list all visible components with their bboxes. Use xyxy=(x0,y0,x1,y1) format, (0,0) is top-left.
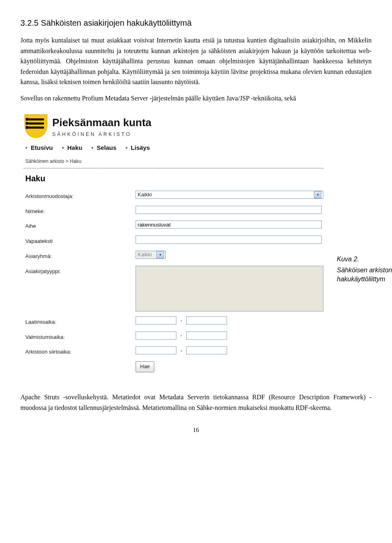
label-aihe: Aihe xyxy=(25,220,136,231)
label-arkistoon-siirtoaika: Arkistoon siirtoaika: xyxy=(25,346,136,356)
select-arkistonmuodostaja[interactable]: Kaikki ▾ xyxy=(136,191,323,199)
app-title: Pieksänmaan kunta xyxy=(52,114,151,131)
coat-of-arms-icon xyxy=(24,114,47,139)
body-paragraph-1: Jotta myös kuntalaiset tai muut asiakkaa… xyxy=(20,35,372,87)
range-dash: - xyxy=(180,332,182,338)
input-vapaateksti[interactable] xyxy=(136,236,322,244)
figure-caption: Kuva 2. Sähköisen arkiston hakukäyttölii… xyxy=(337,255,392,284)
page-number: 16 xyxy=(20,425,372,435)
label-nimeke: Nimeke: xyxy=(25,206,136,216)
body-paragraph-3: Apache Struts -sovelluskehystä. Metatied… xyxy=(20,392,372,413)
app-subtitle: SÄHKÖINEN ARKISTO xyxy=(52,131,151,138)
range-dash: - xyxy=(180,317,182,323)
label-vapaateksti: Vapaateksti xyxy=(25,236,136,246)
archive-search-ui: Pieksänmaan kunta SÄHKÖINEN ARKISTO Etus… xyxy=(20,112,327,384)
body-paragraph-2: Sovellus on rakennettu Profium Metadata … xyxy=(20,93,372,104)
nav-etusivu[interactable]: Etusivu xyxy=(25,143,53,153)
label-arkistonmuodostaja: Arkistonmuodostaja: xyxy=(25,191,136,201)
label-asiakirjatyyppi: Asiakirjatyyppi: xyxy=(25,266,136,276)
range-dash: - xyxy=(180,347,182,354)
nav-selaus[interactable]: Selaus xyxy=(91,143,116,153)
select-value: Kaikki xyxy=(138,251,152,259)
select-asiaryhma[interactable]: Kaikki ▾ xyxy=(136,251,166,259)
listbox-asiakirjatyyppi[interactable] xyxy=(136,266,323,312)
input-laatimisaika-from[interactable] xyxy=(136,316,176,325)
input-nimeke[interactable] xyxy=(136,206,322,214)
select-value: Kaikki xyxy=(138,191,152,199)
chevron-down-icon: ▾ xyxy=(156,251,164,258)
figure-2-wrapper: Pieksänmaan kunta SÄHKÖINEN ARKISTO Etus… xyxy=(20,112,372,384)
input-valmistumisaika-to[interactable] xyxy=(186,332,227,340)
search-form: Arkistonmuodostaja: Kaikki ▾ Nimeke: Aih… xyxy=(20,191,327,384)
input-laatimisaika-to[interactable] xyxy=(186,316,227,325)
label-laatimisaika: Laatimisaika: xyxy=(25,316,136,327)
input-siirtoaika-from[interactable] xyxy=(136,346,176,354)
chevron-down-icon: ▾ xyxy=(314,191,321,198)
input-valmistumisaika-from[interactable] xyxy=(136,332,176,340)
caption-number: Kuva 2. xyxy=(337,255,392,264)
main-nav: Etusivu Haku Selaus Lisäys xyxy=(20,140,327,155)
nav-lisays[interactable]: Lisäys xyxy=(125,143,150,153)
label-asiaryhma: Asiaryhmä: xyxy=(25,251,136,261)
nav-haku[interactable]: Haku xyxy=(62,143,82,153)
caption-text: Sähköisen arkiston hakukäyttöliittym xyxy=(337,266,392,283)
page-title: Haku xyxy=(25,172,322,185)
input-siirtoaika-to[interactable] xyxy=(186,346,227,354)
label-valmistumisaika: Valmistumisaika: xyxy=(25,332,136,342)
search-button[interactable]: Hae xyxy=(136,361,154,372)
divider xyxy=(24,168,323,169)
breadcrumb: Sähköinen arkisto > Haku xyxy=(20,155,327,166)
app-header: Pieksänmaan kunta SÄHKÖINEN ARKISTO xyxy=(20,112,327,140)
section-heading: 3.2.5 Sähköisten asiakirjojen hakukäyttö… xyxy=(20,16,372,29)
input-aihe[interactable] xyxy=(136,220,322,229)
